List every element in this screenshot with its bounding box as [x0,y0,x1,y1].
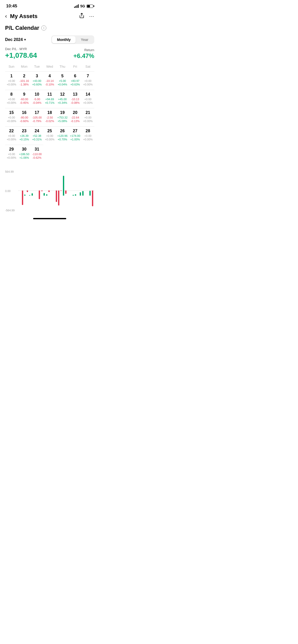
bar-wrapper [62,168,65,214]
positive-bar [89,191,91,196]
calendar-day[interactable]: 21+0.00+0.00% [82,108,94,126]
calendar-day[interactable]: 22+0.00+0.00% [5,126,18,145]
day-number: 24 [31,129,43,133]
pl-value: -105.00 [31,116,43,119]
calendar-day[interactable]: 15+0.00+0.00% [5,108,18,126]
bar-wrapper [19,168,21,214]
calendar-day[interactable]: 16-80.00-0.60% [18,108,31,126]
calendar-day[interactable]: 13-10.13-0.08% [69,90,82,108]
pl-value: +0.00 [82,134,94,137]
calendar-day[interactable]: 26+120.96+0.70% [56,126,69,145]
date-selector[interactable]: Dec 2024 ▾ [5,37,26,42]
header: ‹ My Assets ··· [0,11,99,23]
period-toggle: Monthly Year [51,35,94,44]
bar-wrapper [21,168,23,214]
calendar-day[interactable]: 3+43.00+0.60% [31,71,43,90]
positive-bar [44,193,45,196]
pl-percent: +1.00% [69,138,81,141]
more-icon[interactable]: ··· [89,13,94,19]
calendar-day[interactable]: 11+94.69+0.71% [43,90,56,108]
calendar-day[interactable]: 8+0.00+0.00% [5,90,18,108]
calendar-day[interactable]: 19+753.32+5.08% [56,108,69,126]
pl-value: +0.00 [44,134,56,137]
pl-percent: -1.38% [18,83,30,86]
header-left: ‹ My Assets [5,13,37,20]
bar-wrapper [79,168,82,214]
bar-wrapper [45,168,48,214]
day-number: 22 [6,129,17,133]
day-number: 7 [82,74,94,78]
calendar-header: SunMonTueWedThuFriSat [5,64,94,69]
day-number: 23 [18,129,30,133]
day-number: 15 [6,110,17,115]
pl-value: -10.14 [44,79,56,82]
pl-percent: +0.34% [57,101,68,104]
chart-inner [18,168,94,214]
y-label-top: 564.99 [5,170,15,173]
calendar-day[interactable]: 5+5.00+0.04% [56,71,69,90]
main-content: P/L Calendar i Dec 2024 ▾ Monthly Year D… [0,23,99,214]
y-label-bot: -564.99 [5,209,15,212]
pl-value: +45.00 [57,98,68,101]
day-number: 20 [69,110,81,115]
day-number: 17 [31,110,43,115]
pl-percent: +0.15% [18,138,30,141]
negative-bar [48,191,50,192]
calendar-day[interactable]: 14+0.00+0.00% [82,90,94,108]
pl-percent: -0.10% [44,83,56,86]
pl-value: +0.00 [6,98,17,101]
chart-y-labels: 564.99 0.00 -564.99 [5,168,15,214]
calendar-day[interactable]: 28+0.00+0.00% [82,126,94,145]
bar-wrapper [33,168,36,214]
calendar-day[interactable]: 4-10.14-0.10% [43,71,56,90]
calendar-day[interactable]: 6+83.97+0.63% [69,71,82,90]
info-icon[interactable]: i [41,25,46,31]
pl-value: +5.00 [57,79,68,82]
pl-value: +0.00 [6,153,17,156]
network-label: 5G [80,4,85,8]
calendar-day[interactable]: 29+0.00+0.00% [5,145,18,163]
pl-percent: +0.00% [6,120,17,123]
pl-value: +0.00 [82,116,94,119]
pl-value: -2.50 [44,116,56,119]
calendar-day[interactable]: 12+45.00+0.34% [56,90,69,108]
calendar-day[interactable]: 25+0.00+0.00% [43,126,56,145]
pl-percent: +0.00% [6,83,17,86]
pl-percent: +0.60% [31,83,43,86]
back-button[interactable]: ‹ [5,13,7,20]
calendar-day[interactable]: 18-2.50-0.02% [43,108,56,126]
calendar-day[interactable]: 31-110.00-0.62% [31,145,43,163]
calendar-day[interactable]: 23+26.39+0.15% [18,126,31,145]
monthly-button[interactable]: Monthly [52,36,76,43]
pl-calendar: SunMonTueWedThuFriSat 1+0.00+0.00%2-101.… [5,64,94,163]
day-number: 1 [6,74,17,78]
calendar-day[interactable]: 10-5.00-0.04% [31,90,43,108]
pl-label: Dec P/L · MYR [5,47,37,51]
bar-wrapper [87,168,89,214]
calendar-day[interactable]: 9-60.00-0.45% [18,90,31,108]
year-button[interactable]: Year [76,36,93,43]
day-number: 10 [31,92,43,97]
negative-bar [27,191,28,192]
bar-wrapper [40,168,43,214]
calendar-day[interactable]: 7+0.00+0.00% [82,71,94,90]
pl-value: +83.97 [69,79,81,82]
calendar-day[interactable]: 30+186.50+1.06% [18,145,31,163]
day-number: 13 [69,92,81,97]
calendar-day[interactable]: 24+52.38+0.31% [31,126,43,145]
status-time: 10:45 [6,4,17,9]
weekday-header: Mon [18,64,31,69]
calendar-day[interactable]: 20-22.64-0.13% [69,108,82,126]
share-icon[interactable] [79,13,85,20]
calendar-day[interactable]: 1+0.00+0.00% [5,71,18,90]
pl-value: +186.50 [18,153,30,156]
pl-value: +26.39 [18,134,30,137]
calendar-day[interactable]: 17-105.00-0.79% [31,108,43,126]
calendar-day[interactable]: 27+174.00+1.00% [69,126,82,145]
pl-percent: +0.00% [82,101,94,104]
negative-bar [22,191,23,205]
weekday-header: Thu [56,64,69,69]
header-right: ··· [79,13,94,20]
day-number: 21 [82,110,94,115]
calendar-day[interactable]: 2-101.16-1.38% [18,71,31,90]
